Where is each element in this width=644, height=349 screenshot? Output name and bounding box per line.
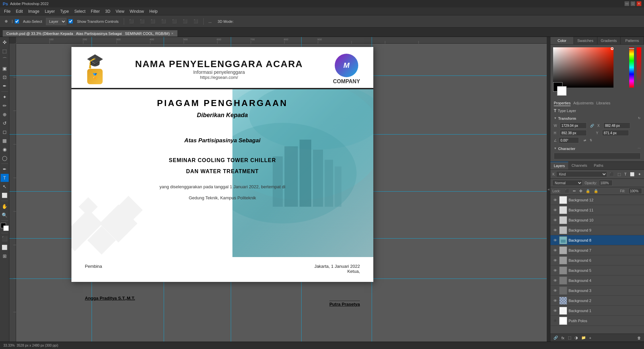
menu-type[interactable]: Type xyxy=(57,8,71,14)
lock-all-btn[interactable]: 🔒 xyxy=(593,189,599,194)
character-font-box[interactable] xyxy=(554,153,641,159)
opacity-input[interactable]: 100% xyxy=(599,180,612,186)
layer-item[interactable]: 👁 Background 7 xyxy=(550,245,644,255)
fill-input[interactable]: 100% xyxy=(629,188,642,194)
layer-item[interactable]: 👁 Background 5 xyxy=(550,265,644,276)
blend-mode-select[interactable]: Normal Multiply Screen xyxy=(552,180,583,186)
layer-visibility-icon[interactable]: 👁 xyxy=(552,208,558,212)
pen-tool[interactable]: ✒ xyxy=(1,165,9,173)
layer-visibility-icon[interactable]: 👁 xyxy=(552,228,558,232)
artboard-btn[interactable]: ⊞ xyxy=(1,252,9,260)
eyedropper-tool[interactable]: ✒ xyxy=(1,82,9,90)
tab-patterns[interactable]: Patterns xyxy=(621,37,644,44)
distribute-btn[interactable]: ⬛ xyxy=(192,18,200,24)
layer-visibility-icon[interactable]: 👁 xyxy=(552,218,558,222)
layer-item[interactable]: 👁 Background 4 xyxy=(550,276,644,286)
quick-mask-btn[interactable]: ⬛ xyxy=(1,235,9,243)
eraser-tool[interactable]: ◻ xyxy=(1,128,9,136)
lock-artboard-btn[interactable]: ✜ xyxy=(578,189,583,194)
layer-filter-adjust-btn[interactable]: ⬚ xyxy=(616,172,622,177)
layer-filter-type-btn[interactable]: T xyxy=(623,172,628,177)
prop-angle-input[interactable]: 0.00° xyxy=(559,137,579,143)
tab-paths[interactable]: Paths xyxy=(591,162,607,169)
tab-swatches[interactable]: Swatches xyxy=(574,37,597,44)
flip-v-icon[interactable]: ⇅ xyxy=(590,139,592,142)
layer-visibility-icon[interactable]: 👁 xyxy=(552,279,558,283)
move-tool-btn[interactable]: ⊕ xyxy=(3,18,10,24)
tab-properties[interactable]: Properties xyxy=(554,100,571,106)
layer-mask-btn[interactable]: ⬚ xyxy=(567,335,572,340)
layer-delete-btn[interactable]: 🗑 xyxy=(636,336,642,340)
layer-filter-pixel-btn[interactable]: ⬛ xyxy=(608,172,615,177)
transform-checkbox[interactable] xyxy=(68,19,73,23)
close-button[interactable]: ✕ xyxy=(637,1,641,6)
layer-select[interactable]: Layer Group xyxy=(46,18,66,25)
prop-X-input[interactable]: 882.48 px xyxy=(603,122,630,129)
menu-select[interactable]: Select xyxy=(71,8,88,14)
layer-adj-btn[interactable]: ◑ xyxy=(574,335,579,340)
blur-tool[interactable]: ◉ xyxy=(1,145,9,153)
color-gradient[interactable] xyxy=(553,47,613,88)
layer-item[interactable]: 👁 Background 1 xyxy=(550,306,644,316)
shape-tool[interactable]: ⬜ xyxy=(1,191,9,199)
tab-close-icon[interactable]: ✕ xyxy=(171,32,174,35)
object-selection-tool[interactable]: ▣ xyxy=(1,64,9,72)
align-left-btn[interactable]: ⬛ xyxy=(127,18,136,24)
move-tool[interactable]: ✜ xyxy=(1,38,9,46)
alpha-slider[interactable] xyxy=(637,47,641,88)
transform-rotate-icon[interactable]: ↻ xyxy=(638,116,641,120)
menu-view[interactable]: View xyxy=(113,8,127,14)
menu-window[interactable]: Window xyxy=(127,8,147,14)
tab-libraries[interactable]: Libraries xyxy=(596,100,610,106)
layer-visibility-icon[interactable]: 👁 xyxy=(552,238,558,242)
prop-W-input[interactable]: 1729.04 px xyxy=(560,122,587,129)
layer-visibility-icon[interactable]: 👁 xyxy=(552,268,558,272)
menu-filter[interactable]: Filter xyxy=(88,8,103,14)
layer-link-btn[interactable]: 🔗 xyxy=(552,335,559,340)
layer-fx-btn[interactable]: fx xyxy=(560,336,566,340)
healing-tool[interactable]: ✦ xyxy=(1,93,9,101)
layer-visibility-icon[interactable]: 👁 xyxy=(552,299,558,303)
menu-image[interactable]: Image xyxy=(25,8,42,14)
lock-image-btn[interactable]: ✏ xyxy=(572,189,577,194)
layer-filter-smart-btn[interactable]: ✦ xyxy=(637,172,642,177)
tab-channels[interactable]: Channels xyxy=(568,162,590,169)
prop-link-icon[interactable]: 🔗 xyxy=(590,124,594,128)
lock-position-btn[interactable]: 🔒 xyxy=(585,189,591,194)
hand-tool[interactable]: ✋ xyxy=(1,202,9,210)
layer-visibility-icon[interactable]: 👁 xyxy=(552,319,558,323)
gradient-tool[interactable]: ▦ xyxy=(1,137,9,145)
align-top-btn[interactable]: ⬛ xyxy=(159,18,168,24)
maximize-button[interactable]: □ xyxy=(631,1,635,6)
menu-layer[interactable]: Layer xyxy=(42,8,57,14)
layer-item[interactable]: 👁 Putih Polos xyxy=(550,316,644,326)
tab-layers[interactable]: Layers xyxy=(550,162,568,169)
tab-gradients[interactable]: Gradients xyxy=(597,37,621,44)
layer-visibility-icon[interactable]: 👁 xyxy=(552,258,558,262)
layer-item[interactable]: 👁 Background 8 xyxy=(550,235,644,245)
bg-swatch[interactable] xyxy=(557,86,567,96)
color-hue-slider[interactable] xyxy=(629,47,634,88)
align-middle-btn[interactable]: ⬛ xyxy=(170,18,179,24)
menu-help[interactable]: Help xyxy=(147,8,160,14)
screen-mode-btn[interactable]: ⬜ xyxy=(1,243,9,251)
lock-transparent-btn[interactable]: ⬛ xyxy=(564,189,571,194)
flip-h-icon[interactable]: ⇄ xyxy=(584,139,586,142)
tab-color[interactable]: Color xyxy=(550,37,574,44)
layer-item[interactable]: 👁 Background 3 xyxy=(550,286,644,296)
align-right-btn[interactable]: ⬛ xyxy=(149,18,157,24)
layer-visibility-icon[interactable]: 👁 xyxy=(552,198,558,202)
history-brush-tool[interactable]: ↺ xyxy=(1,119,9,127)
menu-file[interactable]: File xyxy=(1,8,13,14)
layer-item[interactable]: 👁 Background 10 xyxy=(550,215,644,225)
character-collapse-icon[interactable]: ▼ xyxy=(554,147,557,150)
path-select-tool[interactable]: ↖ xyxy=(1,183,9,191)
layer-visibility-icon[interactable]: 👁 xyxy=(552,248,558,252)
transform-collapse-icon[interactable]: ▼ xyxy=(554,116,557,120)
crop-tool[interactable]: ⊡ xyxy=(1,73,9,81)
menu-edit[interactable]: Edit xyxy=(13,8,25,14)
more-options-btn[interactable]: ... xyxy=(207,19,214,24)
brush-tool[interactable]: ✏ xyxy=(1,102,9,110)
layer-item[interactable]: 👁 Background 2 xyxy=(550,296,644,306)
layer-kind-select[interactable]: Kind xyxy=(556,171,607,177)
